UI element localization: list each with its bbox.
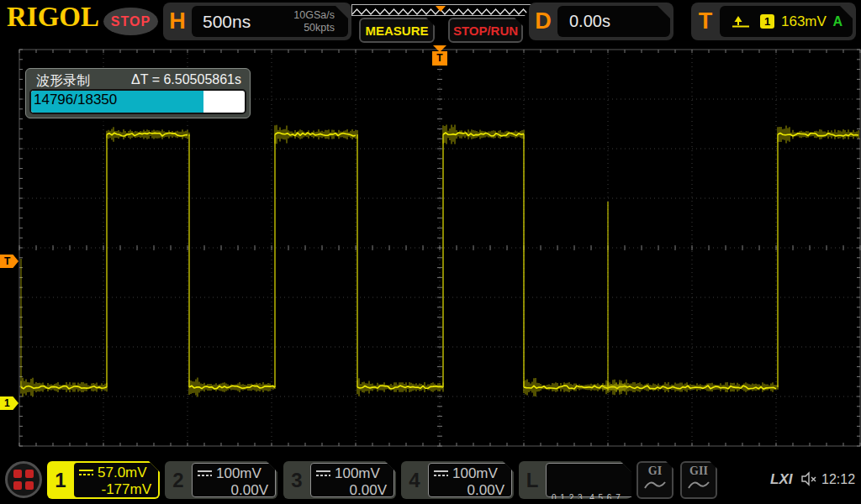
- measure-button[interactable]: MEASURE: [359, 18, 435, 43]
- delay-value: 0.00s: [569, 12, 610, 31]
- channel-1-number: 1: [47, 461, 74, 499]
- channel-3-number: 3: [283, 461, 310, 499]
- bottom-channel-bar: 1 57.0mV -177mV 2 100mV 0.00V 3 100mV 0.…: [0, 458, 861, 504]
- channel-1-panel: 57.0mV -177mV: [74, 463, 158, 497]
- trigger-position-marker[interactable]: T: [432, 51, 447, 66]
- memory-position-marker: [436, 6, 446, 12]
- menu-grid-icon: [13, 470, 34, 490]
- sine-wave-icon: [644, 479, 666, 490]
- popup-delta-t: ΔT = 6.50505861s: [131, 72, 241, 90]
- run-state-badge: STOP: [103, 8, 158, 35]
- channel-3-panel: 100mV 0.00V: [310, 463, 394, 497]
- stop-run-button[interactable]: STOP/RUN: [448, 18, 523, 43]
- channel-4-number: 4: [401, 461, 428, 499]
- record-progress-bar: 14796/18350: [29, 89, 246, 114]
- channel-4-scale: 100mV: [452, 465, 498, 482]
- horizontal-label: H: [163, 8, 192, 34]
- trigger-mode-auto: A: [832, 14, 843, 29]
- trigger-level-value: 163mV: [781, 13, 827, 30]
- channel-2-number: 2: [165, 461, 192, 499]
- sine-wave-icon: [688, 479, 710, 490]
- channel-2-scale: 100mV: [216, 465, 261, 482]
- generator-2-label: GII: [682, 465, 716, 478]
- memory-depth: 50kpts: [293, 22, 335, 34]
- popup-title: 波形录制: [36, 72, 90, 90]
- record-progress-text: 14796/18350: [34, 91, 117, 109]
- delay-panel: 0.00s: [557, 6, 670, 37]
- acquisition-info: 10GSa/s 50kpts: [293, 9, 335, 34]
- generator-1-label: GI: [638, 465, 672, 478]
- dc-coupling-icon: [316, 470, 330, 478]
- trigger-source-badge: 1: [760, 14, 774, 29]
- timebase-value: 500ns: [203, 12, 251, 32]
- channel-2-panel: 100mV 0.00V: [192, 463, 276, 497]
- logic-analyzer-button[interactable]: L 0 1 2 3 4 5 6 7 8 9 1011 12131415: [519, 461, 631, 499]
- channel-4-button[interactable]: 4 100mV 0.00V: [401, 461, 514, 499]
- channel-1-scale: 57.0mV: [98, 465, 147, 481]
- delay-label: D: [529, 8, 557, 34]
- menu-button[interactable]: [5, 461, 42, 498]
- waveform-memory-bar[interactable]: [351, 4, 531, 16]
- channel-3-button[interactable]: 3 100mV 0.00V: [283, 461, 396, 499]
- channel-2-button[interactable]: 2 100mV 0.00V: [165, 461, 277, 499]
- clock: 12:12: [821, 472, 855, 487]
- lxi-logo: LXI: [770, 471, 792, 488]
- logic-label: L: [519, 461, 546, 499]
- generator-2-button[interactable]: GII: [680, 461, 717, 499]
- horizontal-panel: 500ns 10GSa/s 50kpts: [192, 6, 348, 37]
- logic-channels-row1: 0 1 2 3 4 5 6 7: [552, 491, 637, 504]
- channel-1-button[interactable]: 1 57.0mV -177mV: [47, 461, 160, 499]
- trigger-block[interactable]: T 1 163mV A: [691, 3, 856, 40]
- channel-2-offset: 0.00V: [198, 482, 270, 499]
- horizontal-timebase-block[interactable]: H 500ns 10GSa/s 50kpts: [163, 3, 351, 40]
- rigol-logo: RIGOL: [7, 2, 99, 33]
- trigger-label: T: [691, 8, 720, 34]
- sound-muted-icon[interactable]: [800, 471, 817, 486]
- dc-coupling-icon: [79, 470, 93, 477]
- sample-rate: 10GSa/s: [293, 9, 335, 21]
- logic-panel: 0 1 2 3 4 5 6 7 8 9 1011 12131415: [546, 463, 643, 497]
- dc-coupling-icon: [198, 470, 212, 478]
- channel-3-scale: 100mV: [335, 465, 380, 482]
- waveform-record-popup: 波形录制 ΔT = 6.50505861s 14796/18350: [25, 68, 251, 118]
- edge-trigger-icon: [732, 15, 750, 29]
- channel-4-panel: 100mV 0.00V: [428, 463, 512, 497]
- top-status-bar: RIGOL STOP H 500ns 10GSa/s 50kpts MEASUR…: [0, 0, 861, 44]
- channel-1-offset: -177mV: [79, 481, 153, 498]
- trigger-panel: 1 163mV A: [720, 6, 853, 37]
- generator-1-button[interactable]: GI: [637, 461, 673, 499]
- channel-3-offset: 0.00V: [316, 482, 388, 499]
- channel-4-offset: 0.00V: [434, 482, 506, 499]
- delay-block[interactable]: D 0.00s: [529, 3, 673, 40]
- dc-coupling-icon: [434, 470, 448, 478]
